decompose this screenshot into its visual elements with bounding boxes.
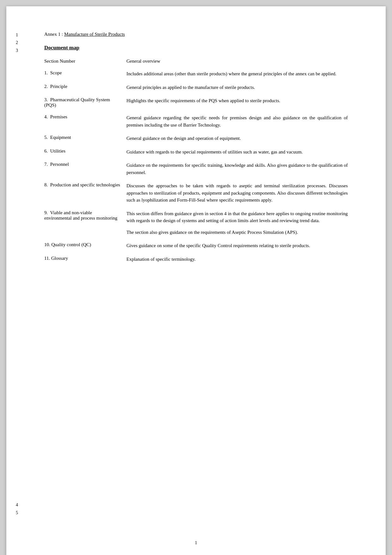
section-number-3: 3. Pharmaceutical Quality System (PQS) bbox=[44, 97, 126, 108]
table-header-row: Section Number General overview bbox=[44, 59, 348, 65]
overview-text-6: Guidance with regards to the special req… bbox=[126, 148, 348, 156]
section-name: Equipment bbox=[50, 135, 71, 140]
section-num: 8. bbox=[44, 182, 48, 187]
overview-text-3: Highlights the specific requirements of … bbox=[126, 97, 348, 104]
section-num: 4. bbox=[44, 114, 48, 119]
table-row: 2. Principle General principles as appli… bbox=[44, 84, 348, 91]
section-num: 7. bbox=[44, 162, 48, 167]
overview-text-7: Guidance on the requirements for specifi… bbox=[126, 162, 348, 176]
section-name: Utilities bbox=[50, 148, 65, 153]
line-number-1: 1 bbox=[16, 32, 18, 39]
table-row: 7. Personnel Guidance on the requirement… bbox=[44, 162, 348, 176]
section-num: 2. bbox=[44, 84, 48, 89]
table-row: 5. Equipment General guidance on the des… bbox=[44, 135, 348, 142]
table-row: 8. Production and specific technologies … bbox=[44, 182, 348, 204]
spacer bbox=[44, 38, 348, 45]
table-row: 1. Scope Includes additional areas (othe… bbox=[44, 70, 348, 78]
section-name: Quality control (QC) bbox=[52, 242, 91, 247]
line-numbers-bottom: 4 5 bbox=[16, 502, 18, 517]
table-row: 9. Viable and non-viable environmental a… bbox=[44, 210, 348, 236]
section-name: Principle bbox=[50, 84, 67, 89]
section-name: Premises bbox=[50, 114, 67, 119]
page-number: 1 bbox=[6, 540, 386, 546]
table-row: 10. Quality control (QC) Gives guidance … bbox=[44, 242, 348, 249]
section-num: 11. bbox=[44, 256, 50, 261]
table-row: 6. Utilities Guidance with regards to th… bbox=[44, 148, 348, 156]
section-num: 9. bbox=[44, 210, 48, 215]
line-number-2: 2 bbox=[16, 39, 18, 46]
section-name: Personnel bbox=[50, 162, 69, 167]
section-number-2: 2. Principle bbox=[44, 84, 126, 89]
section-number-8: 8. Production and specific technologies bbox=[44, 182, 126, 188]
overview-text-1: Includes additional areas (other than st… bbox=[126, 70, 348, 78]
section-num: 6. bbox=[44, 148, 48, 153]
overview-text-10: Gives guidance on some of the specific Q… bbox=[126, 242, 348, 249]
overview-text-11: Explanation of specific terminology. bbox=[126, 256, 348, 263]
table-row: 11. Glossary Explanation of specific ter… bbox=[44, 256, 348, 263]
header-link[interactable]: Manufacture of Sterile Products bbox=[64, 32, 125, 37]
section-name: Glossary bbox=[51, 256, 68, 261]
section-num: 1. bbox=[44, 70, 48, 75]
header-prefix: Annex 1 : bbox=[44, 32, 64, 37]
table-row: 4. Premises General guidance regarding t… bbox=[44, 114, 348, 128]
section-num: 5. bbox=[44, 135, 48, 140]
section-name: Viable and non-viable environmental and … bbox=[44, 210, 117, 221]
section-name: Pharmaceutical Quality System (PQS) bbox=[44, 97, 110, 108]
section-number-7: 7. Personnel bbox=[44, 162, 126, 167]
section-number-5: 5. Equipment bbox=[44, 135, 126, 140]
section-num: 3. bbox=[44, 97, 48, 102]
section-name: Production and specific technologies bbox=[50, 182, 120, 187]
overview-text-2: General principles as applied to the man… bbox=[126, 84, 348, 91]
overview-text-8: Discusses the approaches to be taken wit… bbox=[126, 182, 348, 204]
overview-text-9: This section differs from guidance given… bbox=[126, 210, 348, 236]
section-number-4: 4. Premises bbox=[44, 114, 126, 120]
header: Annex 1 : Manufacture of Sterile Product… bbox=[44, 32, 348, 37]
overview-text-9a: This section differs from guidance given… bbox=[126, 210, 348, 224]
document-map-table: Section Number General overview 1. Scope… bbox=[44, 59, 348, 263]
line-number-5: 5 bbox=[16, 509, 18, 516]
section-number-11: 11. Glossary bbox=[44, 256, 126, 261]
line-number-3: 3 bbox=[16, 47, 18, 54]
section-number-1: 1. Scope bbox=[44, 70, 126, 76]
column-header-overview: General overview bbox=[126, 59, 348, 64]
section-number-10: 10. Quality control (QC) bbox=[44, 242, 126, 247]
line-number-4: 4 bbox=[16, 502, 18, 508]
section-number-9: 9. Viable and non-viable environmental a… bbox=[44, 210, 126, 221]
section-num: 10. bbox=[44, 242, 50, 247]
page: 1 2 3 Annex 1 : Manufacture of Sterile P… bbox=[6, 6, 386, 555]
overview-text-5: General guidance on the design and opera… bbox=[126, 135, 348, 142]
overview-text-4: General guidance regarding the specific … bbox=[126, 114, 348, 128]
document-map-title: Document map bbox=[44, 45, 348, 51]
line-numbers-top: 1 2 3 bbox=[16, 32, 18, 55]
table-row: 3. Pharmaceutical Quality System (PQS) H… bbox=[44, 97, 348, 108]
overview-text-9b: The section also gives guidance on the r… bbox=[126, 229, 348, 236]
section-name: Scope bbox=[50, 70, 62, 75]
column-header-section: Section Number bbox=[44, 59, 126, 64]
section-number-6: 6. Utilities bbox=[44, 148, 126, 154]
